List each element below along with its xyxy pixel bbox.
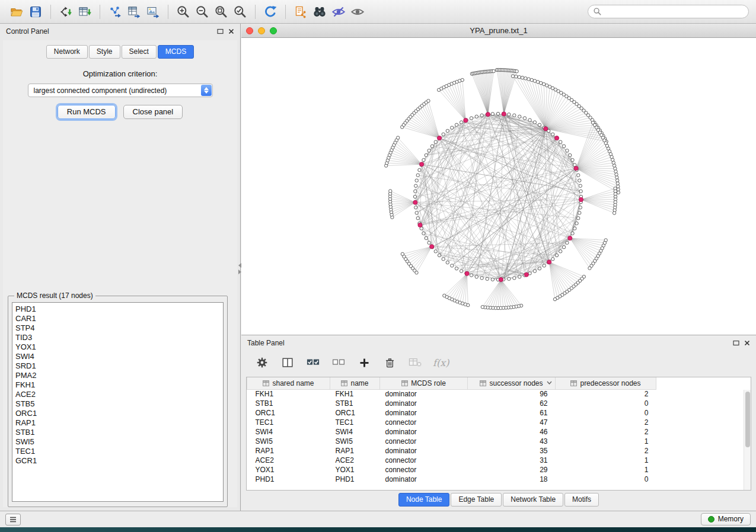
tab-style[interactable]: Style [89, 45, 120, 59]
apply-layout-refresh-button[interactable] [261, 3, 280, 21]
table-row[interactable]: RAP1RAP1dominator352 [247, 446, 656, 456]
share-document-button[interactable] [291, 3, 310, 21]
table-toolbar: f(x) [247, 351, 750, 374]
close-panel-icon[interactable] [228, 28, 234, 34]
cell-shared-name: TEC1 [247, 418, 330, 427]
mcds-result-item[interactable]: RAP1 [15, 418, 223, 428]
close-panel-button[interactable]: Close panel [123, 105, 183, 119]
mcds-result-item[interactable]: CAR1 [15, 314, 223, 323]
mcds-result-item[interactable]: GCR1 [15, 456, 223, 466]
table-row[interactable]: TEC1TEC1connector472 [247, 418, 656, 427]
float-panel-icon[interactable] [217, 28, 224, 34]
mcds-result-item[interactable]: STB5 [15, 399, 223, 409]
mcds-result-item[interactable]: STB1 [15, 428, 223, 437]
memory-label: Memory [718, 515, 744, 523]
table-row[interactable]: PHD1PHD1dominator180 [247, 475, 656, 484]
sort-chevron-down-icon[interactable] [547, 381, 552, 384]
mcds-result-item[interactable]: TEC1 [15, 447, 223, 456]
float-panel-icon[interactable] [733, 340, 739, 346]
export-table-button[interactable] [125, 3, 143, 21]
show-panels-button[interactable] [5, 514, 21, 525]
cell-mcds-role: dominator [380, 427, 468, 437]
cell-mcds-role: dominator [380, 389, 468, 399]
mcds-result-item[interactable]: ORC1 [15, 409, 223, 418]
mcds-result-item[interactable]: SRD1 [15, 361, 223, 371]
share-document-icon [294, 5, 308, 19]
cell-name: SWI5 [330, 437, 380, 446]
cell-predecessor-nodes: 2 [556, 418, 656, 427]
scrollbar-thumb[interactable] [745, 392, 750, 447]
column-header-predecessor-nodes[interactable]: predecessor nodes [556, 377, 656, 389]
open-folder-icon [9, 5, 24, 19]
uncheck-all-icon [331, 356, 346, 369]
deselect-all-columns-button[interactable] [331, 355, 346, 370]
tab-select[interactable]: Select [122, 45, 157, 59]
mcds-result-item[interactable]: TID3 [15, 333, 223, 342]
cell-name: SWI4 [330, 427, 380, 437]
cell-mcds-role: dominator [380, 408, 468, 418]
import-network-from-file-button[interactable] [56, 3, 75, 21]
table-row[interactable]: FKH1FKH1dominator962 [247, 389, 656, 399]
export-network-button[interactable] [106, 3, 125, 21]
criterion-dropdown[interactable]: largest connected component (undirected) [28, 84, 213, 97]
table-row[interactable]: SWI4SWI4dominator462 [247, 427, 656, 437]
column-header-mcds-role[interactable]: MCDS role [380, 377, 468, 389]
toolbar-separator [255, 5, 256, 19]
node-table-container[interactable]: shared name name MCDS [246, 377, 751, 491]
mcds-result-item[interactable]: ACE2 [15, 390, 223, 399]
mcds-result-item[interactable]: PMA2 [15, 371, 223, 380]
table-panel-header: Table Panel [241, 335, 756, 351]
run-mcds-button[interactable]: Run MCDS [58, 105, 116, 119]
mcds-result-item[interactable]: YOX1 [15, 342, 223, 352]
save-session-button[interactable] [26, 3, 45, 21]
close-panel-icon[interactable] [744, 340, 750, 346]
table-row[interactable]: ORC1ORC1dominator610 [247, 408, 656, 418]
select-all-columns-button[interactable] [305, 355, 321, 370]
table-row[interactable]: ACE2ACE2connector311 [247, 456, 656, 465]
zoom-out-button[interactable] [193, 3, 212, 21]
tab-node-table[interactable]: Node Table [398, 493, 450, 507]
zoom-in-button[interactable] [174, 3, 193, 21]
tab-edge-table[interactable]: Edge Table [451, 493, 502, 507]
table-vertical-scrollbar[interactable] [744, 390, 751, 490]
show-column-panel-button[interactable] [280, 355, 295, 370]
tab-motifs[interactable]: Motifs [564, 493, 599, 507]
mcds-result-item[interactable]: PHD1 [15, 305, 223, 314]
table-settings-button[interactable] [254, 355, 270, 370]
global-search-box[interactable] [588, 5, 749, 18]
tab-network[interactable]: Network [46, 45, 88, 59]
hide-selected-button[interactable] [329, 3, 348, 21]
memory-status-button[interactable]: Memory [701, 513, 751, 525]
export-image-button[interactable] [143, 3, 162, 21]
import-table-from-file-button[interactable] [75, 3, 94, 21]
zoom-selected-button[interactable] [231, 3, 250, 21]
cell-predecessor-nodes: 2 [556, 389, 656, 399]
mcds-result-item[interactable]: STP4 [15, 323, 223, 333]
network-view-window: YPA_prune.txt_1 [241, 24, 756, 335]
network-window-titlebar[interactable]: YPA_prune.txt_1 [241, 24, 756, 38]
column-header-successor-nodes[interactable]: successor nodes [468, 377, 556, 389]
tab-network-table[interactable]: Network Table [503, 493, 563, 507]
delete-column-button[interactable] [382, 355, 397, 370]
search-network-button[interactable] [310, 3, 329, 21]
column-header-shared-name[interactable]: shared name [247, 377, 330, 389]
binoculars-icon [312, 4, 327, 20]
search-input[interactable] [602, 8, 744, 16]
create-column-button[interactable] [356, 355, 372, 370]
cell-successor-nodes: 18 [468, 475, 556, 484]
table-row[interactable]: STB1STB1dominator620 [247, 399, 656, 408]
table-row[interactable]: YOX1YOX1connector291 [247, 465, 656, 475]
table-row[interactable]: SWI5SWI5connector431 [247, 437, 656, 446]
mcds-result-item[interactable]: SWI5 [15, 437, 223, 447]
column-header-name[interactable]: name [330, 377, 380, 389]
tab-mcds[interactable]: MCDS [158, 45, 194, 59]
open-session-button[interactable] [7, 3, 26, 21]
column-grid-icon [570, 380, 577, 386]
zoom-fit-button[interactable] [212, 3, 231, 21]
network-graph-canvas[interactable] [241, 38, 756, 334]
cell-name: YOX1 [330, 465, 380, 475]
show-all-button[interactable] [348, 3, 367, 21]
mcds-result-list[interactable]: PHD1CAR1STP4TID3YOX1SWI4SRD1PMA2FKH1ACE2… [12, 302, 224, 502]
mcds-result-item[interactable]: SWI4 [15, 352, 223, 361]
mcds-result-item[interactable]: FKH1 [15, 380, 223, 390]
